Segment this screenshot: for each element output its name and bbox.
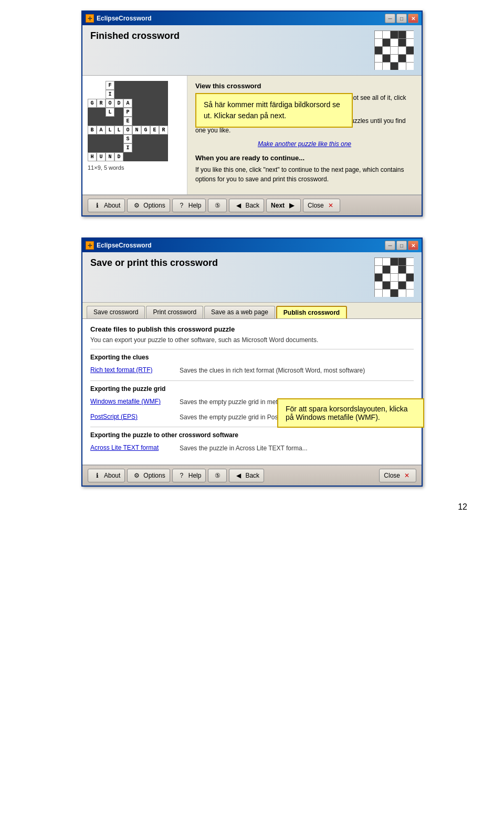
options-btn-2[interactable]: ⚙ Options xyxy=(127,469,170,482)
titlebar-controls-2: ─ □ ✕ xyxy=(385,241,418,250)
help-btn-1[interactable]: ? Help xyxy=(172,199,206,212)
tab-print-crossword[interactable]: Print crossword xyxy=(146,306,203,318)
maximize-btn-1[interactable]: □ xyxy=(396,14,407,23)
step-btn-1[interactable]: ⑤ xyxy=(208,199,227,212)
app-icon-2: ✛ xyxy=(86,241,94,250)
acrosslite-link[interactable]: Across Lite TEXT format xyxy=(90,444,174,451)
tab-save-crossword[interactable]: Save crossword xyxy=(87,306,145,318)
back-btn-1[interactable]: ◀ Back xyxy=(229,199,264,212)
window-header-title-2: Save or print this crossword xyxy=(90,257,218,269)
toolbar-1: ℹ About ⚙ Options ? Help ⑤ ◀ Back Next ▶ xyxy=(82,194,422,215)
help-icon-1: ? xyxy=(177,201,186,210)
toolbar-2: ℹ About ⚙ Options ? Help ⑤ ◀ Back Close … xyxy=(82,465,422,486)
minimize-btn-2[interactable]: ─ xyxy=(385,241,395,250)
about-icon-1: ℹ xyxy=(92,201,102,210)
tooltip-2: För att spara korsordslayouten, klicka p… xyxy=(277,398,424,428)
titlebar-2: ✛ EclipseCrossword ─ □ ✕ xyxy=(82,239,422,252)
close-btn-toolbar-2[interactable]: Close ✕ xyxy=(379,469,416,482)
publish-content: Create files to publish this crossword p… xyxy=(82,319,422,465)
window-2: ✛ EclipseCrossword ─ □ ✕ Save or print t… xyxy=(81,238,423,487)
tooltip-1-text: Så här kommer mitt färdiga bildkorsord s… xyxy=(204,100,340,120)
help-icon-2: ? xyxy=(177,471,186,480)
step-icon-1: ⑤ xyxy=(213,201,222,210)
tab-bar-2: Save crossword Print crossword Save as a… xyxy=(82,303,422,319)
window-1: ✛ EclipseCrossword ─ □ ✕ Finished crossw… xyxy=(81,11,423,216)
close-btn-toolbar-1[interactable]: Close ✕ xyxy=(303,199,340,212)
back-icon-1: ◀ xyxy=(234,201,243,210)
tab-publish-crossword[interactable]: Publish crossword xyxy=(276,306,347,318)
wmf-link[interactable]: Windows metafile (WMF) xyxy=(90,398,174,405)
app-icon-1: ✛ xyxy=(86,14,94,23)
next-icon-1: ▶ xyxy=(287,201,296,210)
window-header-1: Finished crossword xyxy=(82,25,422,76)
about-btn-1[interactable]: ℹ About xyxy=(88,199,125,212)
rtf-desc: Saves the clues in rich text format (Mic… xyxy=(180,366,365,375)
back-btn-2[interactable]: ◀ Back xyxy=(229,469,264,482)
tooltip-1: Så här kommer mitt färdiga bildkorsord s… xyxy=(195,93,353,128)
options-icon-2: ⚙ xyxy=(132,471,141,480)
tooltip-2-text: För att spara korsordslayouten, klicka p… xyxy=(286,405,408,421)
titlebar-left-1: ✛ EclipseCrossword xyxy=(86,14,152,23)
close-icon-2: ✕ xyxy=(402,471,412,480)
tab-save-web[interactable]: Save as a web page xyxy=(204,306,275,318)
window-title-2: EclipseCrossword xyxy=(97,242,152,249)
window-header-title-1: Finished crossword xyxy=(90,30,180,42)
step-btn-2[interactable]: ⑤ xyxy=(208,469,227,482)
view-heading: View this crossword xyxy=(195,82,414,90)
close-icon-1: ✕ xyxy=(326,201,335,210)
next-btn-1[interactable]: Next ▶ xyxy=(266,199,301,212)
make-another-link[interactable]: Make another puzzle like this one xyxy=(258,140,351,148)
crossword-graphic-2 xyxy=(374,257,414,297)
rtf-link[interactable]: Rich text format (RTF) xyxy=(90,366,174,374)
crossword-graphic-1 xyxy=(374,30,414,70)
export-clues-section: Exporting the clues Rich text format (RT… xyxy=(90,354,414,376)
minimize-btn-1[interactable]: ─ xyxy=(385,14,395,23)
back-icon-2: ◀ xyxy=(234,471,243,480)
export-other-section: Exporting the puzzle to other crossword … xyxy=(90,431,414,454)
crossword-grid-display: F I xyxy=(88,81,182,161)
publish-heading: Create files to publish this crossword p… xyxy=(90,325,414,333)
publish-intro: You can export your puzzle to other soft… xyxy=(90,336,414,344)
help-btn-2[interactable]: ? Help xyxy=(172,469,206,482)
close-btn-2[interactable]: ✕ xyxy=(408,241,418,250)
view-p3: If you like this one, click "next" to co… xyxy=(195,165,414,184)
options-icon-1: ⚙ xyxy=(132,201,141,210)
when-ready-heading: When you are ready to continue... xyxy=(195,154,414,162)
step-icon-2: ⑤ xyxy=(213,471,222,480)
export-other-heading: Exporting the puzzle to other crossword … xyxy=(90,431,414,439)
titlebar-left-2: ✛ EclipseCrossword xyxy=(86,241,152,250)
maximize-btn-2[interactable]: □ xyxy=(396,241,407,250)
page-number: 12 xyxy=(458,502,467,512)
export-row-acrosslite: Across Lite TEXT format Saves the puzzle… xyxy=(90,443,414,454)
titlebar-controls-1: ─ □ ✕ xyxy=(385,14,418,23)
window-header-2: Save or print this crossword xyxy=(82,252,422,303)
acrosslite-desc: Saves the puzzle in Across Lite TEXT for… xyxy=(180,444,308,453)
export-grid-heading: Exporting the puzzle grid xyxy=(90,385,414,393)
left-panel-1: F I xyxy=(82,76,187,194)
about-btn-2[interactable]: ℹ About xyxy=(88,469,125,482)
close-btn-1[interactable]: ✕ xyxy=(408,14,418,23)
eps-link[interactable]: PostScript (EPS) xyxy=(90,413,174,420)
about-icon-2: ℹ xyxy=(92,471,102,480)
window-title-1: EclipseCrossword xyxy=(97,15,152,22)
titlebar-1: ✛ EclipseCrossword ─ □ ✕ xyxy=(82,12,422,25)
grid-stats-1: 11×9, 5 words xyxy=(88,164,182,171)
export-clues-heading: Exporting the clues xyxy=(90,354,414,361)
export-row-rtf: Rich text format (RTF) Saves the clues i… xyxy=(90,365,414,376)
options-btn-1[interactable]: ⚙ Options xyxy=(127,199,170,212)
